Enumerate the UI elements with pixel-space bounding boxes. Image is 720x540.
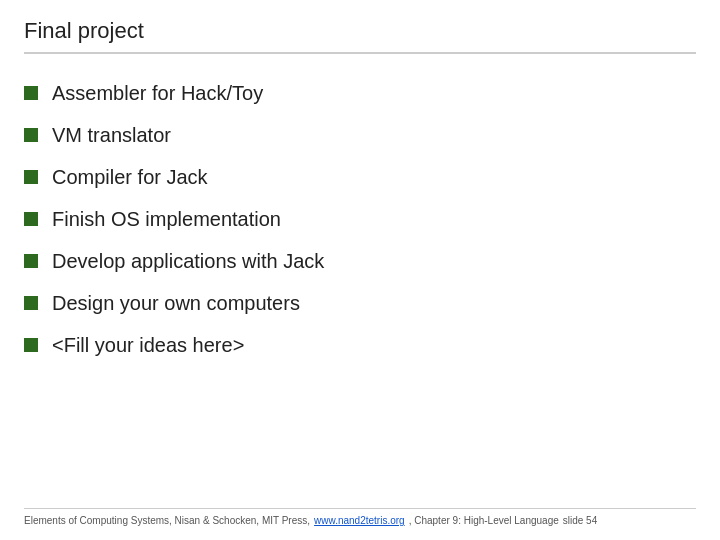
bullet-text: VM translator [52,121,171,149]
bullet-text: Finish OS implementation [52,205,281,233]
list-item: Compiler for Jack [24,158,696,196]
footer-area: Elements of Computing Systems, Nisan & S… [24,508,696,526]
bullet-icon [24,296,38,310]
list-item: Design your own computers [24,284,696,322]
bullet-icon [24,86,38,100]
footer-slide-num: slide 54 [563,515,597,526]
bullet-icon [24,170,38,184]
slide-container: Final project Assembler for Hack/Toy VM … [0,0,720,540]
title-area: Final project [24,18,696,54]
bullet-text: Design your own computers [52,289,300,317]
bullet-icon [24,128,38,142]
list-item: VM translator [24,116,696,154]
footer-text-1: Elements of Computing Systems, Nisan & S… [24,515,310,526]
slide-title: Final project [24,18,696,44]
content-area: Assembler for Hack/Toy VM translator Com… [24,70,696,508]
bullet-text: Assembler for Hack/Toy [52,79,263,107]
list-item: Develop applications with Jack [24,242,696,280]
list-item: Assembler for Hack/Toy [24,74,696,112]
list-item: <Fill your ideas here> [24,326,696,364]
bullet-icon [24,338,38,352]
footer-text-2: , Chapter 9: High-Level Language [409,515,559,526]
bullet-text: Develop applications with Jack [52,247,324,275]
bullet-icon [24,212,38,226]
footer-link[interactable]: www.nand2tetris.org [314,515,405,526]
list-item: Finish OS implementation [24,200,696,238]
bullet-text: Compiler for Jack [52,163,208,191]
bullet-text: <Fill your ideas here> [52,331,244,359]
bullet-icon [24,254,38,268]
